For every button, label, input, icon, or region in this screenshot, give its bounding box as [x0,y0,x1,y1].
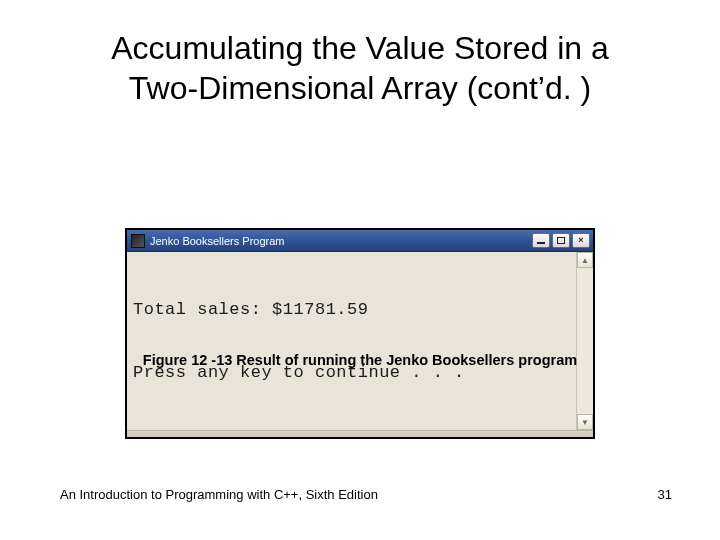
slide: Accumulating the Value Stored in a Two-D… [0,0,720,540]
scroll-up-button[interactable]: ▲ [577,252,593,268]
page-number: 31 [658,487,672,502]
slide-title: Accumulating the Value Stored in a Two-D… [0,28,720,108]
minimize-button[interactable] [532,233,550,248]
window-buttons: × [532,233,590,248]
scroll-down-button[interactable]: ▼ [577,414,593,430]
window-titlebar: Jenko Booksellers Program × [127,230,593,252]
footer-book-title: An Introduction to Programming with C++,… [60,487,378,502]
console-body: Total sales: $11781.59 Press any key to … [127,252,593,430]
console-line-1: Total sales: $11781.59 [133,299,591,320]
close-button[interactable]: × [572,233,590,248]
title-line-2: Two-Dimensional Array (cont’d. ) [129,70,591,106]
vertical-scrollbar[interactable]: ▲ ▼ [576,252,593,430]
console-window: Jenko Booksellers Program × Total sales:… [125,228,595,439]
maximize-button[interactable] [552,233,570,248]
title-line-1: Accumulating the Value Stored in a [111,30,608,66]
app-icon [131,234,145,248]
window-resize-bar [127,430,593,437]
figure-caption: Figure 12 -13 Result of running the Jenk… [0,352,720,368]
window-title-text: Jenko Booksellers Program [150,235,285,247]
